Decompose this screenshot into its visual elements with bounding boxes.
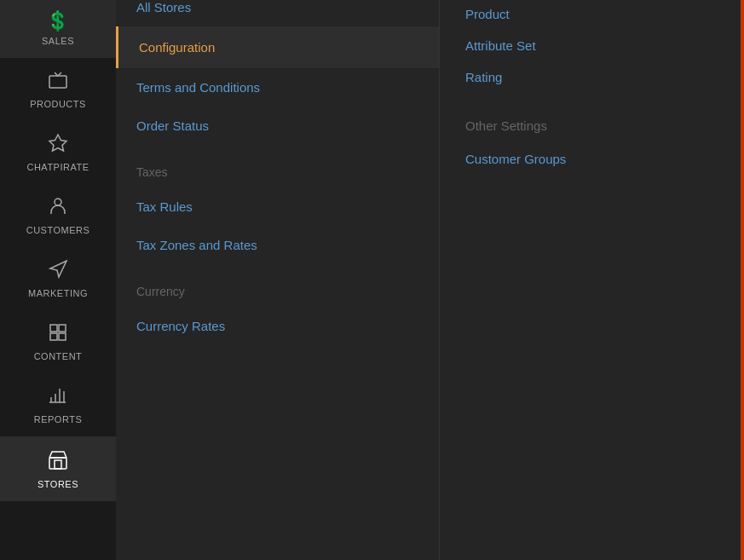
sidebar-item-products[interactable]: PRODUCTS (0, 58, 116, 121)
svg-rect-5 (50, 333, 57, 340)
taxes-section-header: Taxes (116, 145, 439, 188)
marketing-icon (48, 259, 68, 283)
sidebar-item-content[interactable]: CONTENT (0, 310, 116, 373)
terms-conditions-menu-item[interactable]: Terms and Conditions (116, 68, 439, 107)
currency-section-header: Currency (116, 264, 439, 307)
sidebar-item-customers-label: CUSTOMERS (26, 225, 90, 235)
product-right-item[interactable]: Product (465, 7, 718, 30)
svg-rect-0 (49, 76, 66, 88)
sidebar-item-sales-label: SALES (42, 36, 74, 46)
scroll-indicator (741, 0, 744, 560)
sidebar-item-products-label: PRODUCTS (30, 99, 86, 109)
sidebar-item-chatpirate[interactable]: CHATPIRATE (0, 121, 116, 184)
sidebar-item-reports[interactable]: REPORTS (0, 373, 116, 436)
sidebar: 💲 SALES PRODUCTS CHATPIRATE CUSTOMERS (0, 0, 116, 560)
currency-rates-menu-item[interactable]: Currency Rates (116, 307, 439, 345)
other-settings-header: Other Settings (465, 93, 718, 143)
main-content: All Stores Configuration Terms and Condi… (116, 0, 744, 560)
sidebar-item-stores[interactable]: STORES (0, 436, 116, 501)
svg-rect-12 (49, 458, 66, 469)
sidebar-item-stores-label: STORES (37, 479, 78, 489)
customers-icon (48, 196, 68, 220)
sales-icon: 💲 (46, 12, 70, 31)
svg-rect-3 (50, 325, 57, 332)
svg-rect-14 (55, 460, 61, 469)
attribute-set-right-item[interactable]: Attribute Set (465, 30, 718, 61)
customer-groups-right-item[interactable]: Customer Groups (465, 143, 718, 175)
rating-right-item[interactable]: Rating (465, 61, 718, 93)
tax-zones-menu-item[interactable]: Tax Zones and Rates (116, 226, 439, 264)
reports-icon (48, 385, 68, 409)
svg-point-2 (55, 199, 61, 205)
order-status-menu-item[interactable]: Order Status (116, 107, 439, 145)
sidebar-item-marketing-label: MARKETING (28, 288, 88, 298)
products-icon (48, 70, 68, 94)
sidebar-item-sales[interactable]: 💲 SALES (0, 0, 116, 58)
sidebar-item-customers[interactable]: CUSTOMERS (0, 184, 116, 247)
sidebar-item-content-label: CONTENT (34, 351, 83, 361)
stores-icon (47, 448, 69, 474)
menu-panel: All Stores Configuration Terms and Condi… (116, 0, 440, 560)
all-stores-menu-item[interactable]: All Stores (116, 0, 439, 26)
svg-rect-6 (59, 333, 66, 340)
configuration-menu-item[interactable]: Configuration (116, 26, 439, 68)
sidebar-item-chatpirate-label: CHATPIRATE (26, 162, 89, 172)
sidebar-item-marketing[interactable]: MARKETING (0, 247, 116, 310)
svg-rect-4 (59, 325, 66, 332)
svg-marker-1 (49, 135, 66, 151)
right-panel: Product Attribute Set Rating Other Setti… (440, 0, 744, 560)
sidebar-item-reports-label: REPORTS (34, 414, 82, 424)
content-icon (48, 322, 68, 346)
tax-rules-menu-item[interactable]: Tax Rules (116, 188, 439, 226)
chatpirate-icon (48, 133, 68, 157)
